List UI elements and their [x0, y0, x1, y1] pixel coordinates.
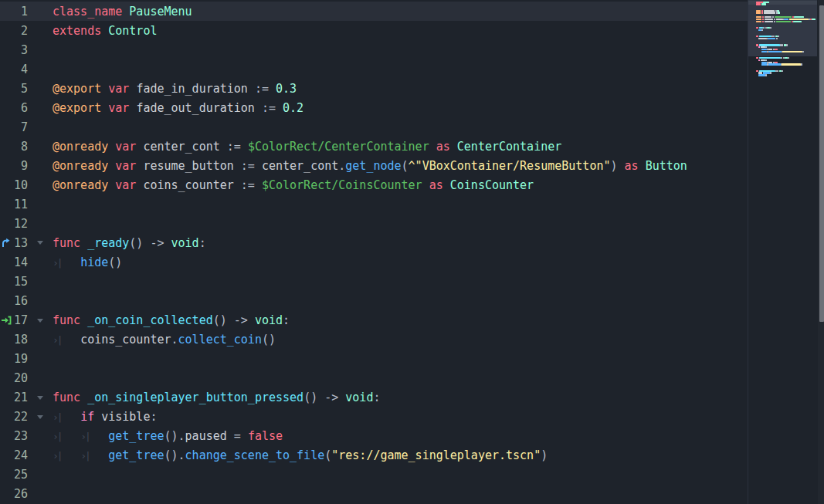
- code-area[interactable]: 1class_name PauseMenu2extends Control345…: [0, 2, 748, 504]
- code-line[interactable]: 20: [0, 369, 748, 388]
- code-text[interactable]: @onready var coins_counter := $ColorRect…: [53, 178, 748, 192]
- code-text[interactable]: ›|›|get_tree().change_scene_to_file("res…: [53, 448, 748, 462]
- code-line[interactable]: 17func _on_coin_collected() -> void:: [0, 311, 748, 330]
- line-number[interactable]: 23: [12, 429, 28, 443]
- code-line[interactable]: 13func _ready() -> void:: [0, 233, 748, 252]
- token-sp: [317, 391, 324, 404]
- token-type: void: [255, 313, 283, 327]
- token-kw: extends: [53, 24, 101, 38]
- line-number[interactable]: 26: [12, 487, 28, 501]
- line-number[interactable]: 7: [12, 120, 28, 134]
- gutter-icon-slot[interactable]: [0, 315, 12, 326]
- line-number[interactable]: 16: [12, 294, 28, 308]
- code-text[interactable]: class_name PauseMenu: [53, 5, 748, 19]
- code-line[interactable]: 12: [0, 214, 748, 233]
- code-line[interactable]: 23›|›|get_tree().paused = false: [0, 427, 748, 446]
- token-op: (: [324, 448, 331, 462]
- code-text[interactable]: extends Control: [53, 24, 748, 38]
- code-line[interactable]: 18›|coins_counter.collect_coin(): [0, 330, 748, 350]
- line-number[interactable]: 11: [12, 198, 28, 211]
- code-text[interactable]: @export var fade_out_duration := 0.2: [53, 101, 748, 115]
- code-text[interactable]: @onready var center_cont := $ColorRect/C…: [53, 140, 748, 154]
- line-number[interactable]: 9: [12, 159, 28, 173]
- line-number[interactable]: 24: [12, 448, 28, 462]
- code-line[interactable]: 26: [0, 485, 748, 504]
- code-line[interactable]: 6@export var fade_out_duration := 0.2: [0, 98, 748, 117]
- fold-arrow-slot[interactable]: [28, 396, 53, 400]
- code-line[interactable]: 1class_name PauseMenu: [0, 2, 748, 21]
- code-text[interactable]: @export var fade_in_duration := 0.3: [53, 82, 748, 96]
- code-line[interactable]: 4: [0, 59, 748, 79]
- code-line[interactable]: 10@onready var coins_counter := $ColorRe…: [0, 175, 748, 194]
- minimap[interactable]: [748, 0, 817, 504]
- line-number[interactable]: 18: [12, 333, 28, 347]
- code-line[interactable]: 9@onready var resume_button := center_co…: [0, 156, 748, 175]
- token-sp: [429, 140, 436, 154]
- code-line[interactable]: 11: [0, 194, 748, 214]
- line-number[interactable]: 15: [12, 275, 28, 289]
- code-line[interactable]: 3: [0, 40, 748, 59]
- minimap-token-bar: [788, 57, 789, 59]
- line-number[interactable]: 6: [12, 101, 28, 115]
- fold-arrow-slot[interactable]: [28, 241, 53, 245]
- fold-chevron-icon[interactable]: [37, 415, 43, 419]
- line-number[interactable]: 1: [12, 5, 28, 19]
- token-sp: [241, 140, 248, 154]
- fold-arrow-slot[interactable]: [28, 415, 53, 419]
- minimap-token-bar: [759, 57, 781, 59]
- minimap-token-bar: [758, 38, 767, 39]
- line-number[interactable]: 14: [12, 255, 28, 269]
- code-line[interactable]: 2extends Control: [0, 21, 748, 40]
- line-number[interactable]: 20: [12, 371, 28, 385]
- gutter-icon-slot[interactable]: [0, 238, 12, 249]
- token-sp: [108, 140, 115, 154]
- code-line[interactable]: 19: [0, 350, 748, 369]
- line-number[interactable]: 5: [12, 82, 28, 96]
- code-line[interactable]: 25: [0, 465, 748, 485]
- code-line[interactable]: 7: [0, 117, 748, 137]
- line-number[interactable]: 21: [12, 391, 28, 404]
- code-line[interactable]: 24›|›|get_tree().change_scene_to_file("r…: [0, 446, 748, 465]
- line-number[interactable]: 3: [12, 43, 28, 57]
- minimap-token-bar: [768, 51, 782, 52]
- token-sp: [450, 140, 457, 154]
- code-line[interactable]: 14›|hide(): [0, 252, 748, 272]
- method-override-icon[interactable]: [1, 238, 12, 249]
- line-number[interactable]: 22: [12, 410, 28, 424]
- line-number[interactable]: 19: [12, 352, 28, 366]
- minimap-token-bar: [761, 59, 765, 61]
- code-line[interactable]: 21func _on_singleplayer_button_pressed()…: [0, 388, 748, 408]
- line-number[interactable]: 12: [12, 217, 28, 231]
- fold-chevron-icon[interactable]: [37, 319, 43, 323]
- code-text[interactable]: ›|coins_counter.collect_coin(): [53, 333, 748, 347]
- code-text[interactable]: func _on_singleplayer_button_pressed() -…: [53, 391, 748, 404]
- code-text[interactable]: ›|hide(): [53, 255, 748, 269]
- token-node: $ColorRect/CoinsCounter: [262, 178, 422, 192]
- connected-signal-icon[interactable]: [1, 315, 12, 326]
- line-number[interactable]: 17: [12, 313, 28, 327]
- code-line[interactable]: 8@onready var center_cont := $ColorRect/…: [0, 137, 748, 156]
- fold-arrow-slot[interactable]: [28, 319, 53, 323]
- token-fcall: hide: [80, 255, 108, 269]
- code-text[interactable]: ›|if visible:: [53, 410, 748, 424]
- code-line[interactable]: 22›|if visible:: [0, 408, 748, 427]
- scrollbar-grabber[interactable]: [819, 5, 824, 322]
- fold-chevron-icon[interactable]: [37, 241, 43, 245]
- line-number[interactable]: 4: [12, 63, 28, 76]
- token-sp: [80, 236, 87, 250]
- code-text[interactable]: func _on_coin_collected() -> void:: [53, 313, 748, 327]
- code-line[interactable]: 5@export var fade_in_duration := 0.3: [0, 79, 748, 98]
- code-line[interactable]: 16: [0, 291, 748, 310]
- vertical-scrollbar[interactable]: [818, 0, 824, 504]
- line-number[interactable]: 10: [12, 178, 28, 192]
- line-number[interactable]: 25: [12, 468, 28, 482]
- minimap-token-bar: [774, 21, 775, 22]
- fold-chevron-icon[interactable]: [37, 396, 43, 400]
- code-line[interactable]: 15: [0, 272, 748, 291]
- code-text[interactable]: @onready var resume_button := center_con…: [53, 159, 748, 173]
- code-text[interactable]: func _ready() -> void:: [53, 236, 748, 250]
- line-number[interactable]: 8: [12, 140, 28, 154]
- line-number[interactable]: 2: [12, 24, 28, 38]
- code-text[interactable]: ›|›|get_tree().paused = false: [53, 429, 748, 443]
- line-number[interactable]: 13: [12, 236, 28, 250]
